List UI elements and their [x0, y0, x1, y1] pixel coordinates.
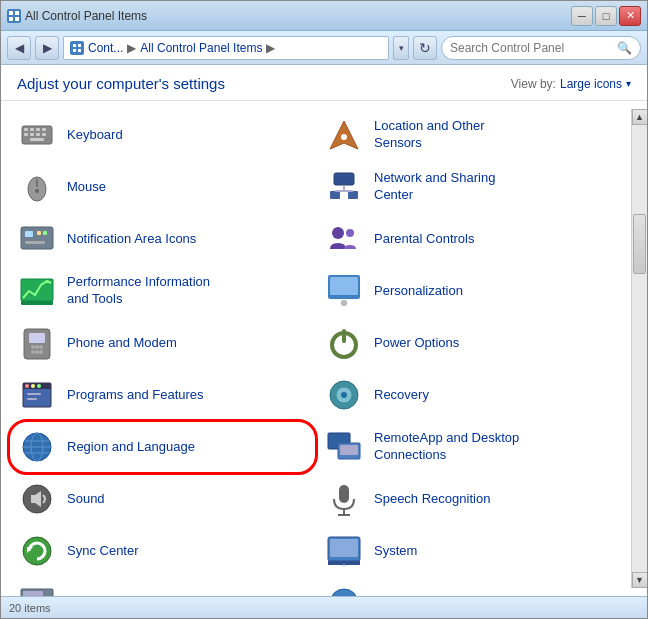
view-by-label: View by:	[511, 77, 556, 91]
svg-rect-13	[24, 133, 28, 136]
svg-rect-17	[30, 138, 44, 141]
recovery-icon	[324, 375, 364, 415]
speech-icon	[324, 479, 364, 519]
svg-rect-6	[73, 49, 76, 52]
control-item-troubleshoot[interactable]: ?Troubleshooting	[316, 577, 623, 596]
system-icon	[324, 531, 364, 571]
control-item-network[interactable]: Network and Sharing Center	[316, 161, 623, 213]
sync-icon	[17, 531, 57, 571]
svg-rect-33	[25, 241, 45, 244]
breadcrumb-icon	[70, 41, 84, 55]
control-item-power[interactable]: Power Options	[316, 317, 623, 369]
svg-point-19	[341, 134, 347, 140]
svg-rect-15	[36, 133, 40, 136]
scrollbar[interactable]: ▲ ▼	[631, 109, 647, 588]
power-icon	[324, 323, 364, 363]
svg-rect-3	[15, 17, 19, 21]
scroll-down-button[interactable]: ▼	[632, 572, 648, 588]
control-item-sound[interactable]: Sound	[9, 473, 316, 525]
control-panel-window: All Control Panel Items ─ □ ✕ ◀ ▶ Cont..…	[0, 0, 648, 619]
region-label: Region and Language	[67, 439, 195, 456]
control-item-region[interactable]: Region and Language	[9, 421, 316, 473]
content-header: Adjust your computer's settings View by:…	[1, 65, 647, 101]
back-button[interactable]: ◀	[7, 36, 31, 60]
personalization-label: Personalization	[374, 283, 463, 300]
control-item-recovery[interactable]: Recovery	[316, 369, 623, 421]
svg-rect-14	[30, 133, 34, 136]
control-item-phone[interactable]: Phone and Modem	[9, 317, 316, 369]
svg-rect-39	[330, 277, 358, 295]
forward-button[interactable]: ▶	[35, 36, 59, 60]
svg-rect-12	[42, 128, 46, 131]
close-button[interactable]: ✕	[619, 6, 641, 26]
svg-rect-58	[27, 398, 37, 400]
svg-rect-37	[21, 301, 53, 305]
control-item-performance[interactable]: Performance Information and Tools	[9, 265, 316, 317]
region-icon	[17, 427, 57, 467]
svg-rect-25	[348, 191, 358, 199]
svg-rect-78	[330, 539, 358, 557]
control-item-keyboard[interactable]: Keyboard	[9, 109, 316, 161]
page-title: Adjust your computer's settings	[17, 75, 225, 92]
maximize-button[interactable]: □	[595, 6, 617, 26]
svg-rect-4	[73, 44, 76, 47]
main-content: Adjust your computer's settings View by:…	[1, 65, 647, 618]
notification-label: Notification Area Icons	[67, 231, 196, 248]
title-bar-left: All Control Panel Items	[7, 9, 147, 23]
status-bar: 20 items	[1, 596, 647, 618]
refresh-button[interactable]: ↻	[413, 36, 437, 60]
remoteapp-label: RemoteApp and Desktop Connections	[374, 430, 519, 464]
control-item-notification[interactable]: Notification Area Icons	[9, 213, 316, 265]
items-scroll: KeyboardLocation and Other SensorsMouseN…	[1, 109, 631, 588]
parental-icon	[324, 219, 364, 259]
control-item-sync[interactable]: Sync Center	[9, 525, 316, 577]
mouse-icon	[17, 167, 57, 207]
control-item-speech[interactable]: Speech Recognition	[316, 473, 623, 525]
phone-icon	[17, 323, 57, 363]
performance-label: Performance Information and Tools	[67, 274, 210, 308]
control-item-personalization[interactable]: Personalization	[316, 265, 623, 317]
control-item-remoteapp[interactable]: RemoteApp and Desktop Connections	[316, 421, 623, 473]
svg-rect-1	[15, 11, 19, 15]
svg-rect-7	[78, 49, 81, 52]
power-label: Power Options	[374, 335, 459, 352]
title-bar: All Control Panel Items ─ □ ✕	[1, 1, 647, 31]
svg-rect-41	[342, 300, 346, 306]
svg-rect-16	[42, 133, 46, 136]
svg-point-55	[31, 384, 35, 388]
control-item-programs[interactable]: Programs and Features	[9, 369, 316, 421]
window-title: All Control Panel Items	[25, 9, 147, 23]
programs-icon	[17, 375, 57, 415]
breadcrumb-dropdown[interactable]: ▾	[393, 36, 409, 60]
svg-point-48	[35, 350, 39, 354]
minimize-button[interactable]: ─	[571, 6, 593, 26]
svg-point-22	[35, 189, 39, 193]
control-item-system[interactable]: System	[316, 525, 623, 577]
control-item-parental[interactable]: Parental Controls	[316, 213, 623, 265]
control-item-mouse[interactable]: Mouse	[9, 161, 316, 213]
control-item-location[interactable]: Location and Other Sensors	[316, 109, 623, 161]
performance-icon	[17, 271, 57, 311]
troubleshoot-icon: ?	[324, 583, 364, 596]
search-input[interactable]	[450, 41, 613, 55]
svg-point-44	[31, 345, 35, 349]
scroll-up-button[interactable]: ▲	[632, 109, 648, 125]
parental-label: Parental Controls	[374, 231, 474, 248]
view-by-arrow-icon[interactable]: ▾	[626, 78, 631, 89]
control-item-taskbar[interactable]: Taskbar and Start Menu	[9, 577, 316, 596]
keyboard-icon	[17, 115, 57, 155]
svg-point-35	[346, 229, 354, 237]
address-bar: ◀ ▶ Cont... ▶ All Control Panel Items ▶ …	[1, 31, 647, 65]
svg-rect-5	[78, 44, 81, 47]
search-box[interactable]: 🔍	[441, 36, 641, 60]
taskbar-icon	[17, 583, 57, 596]
svg-rect-72	[339, 485, 349, 503]
speech-label: Speech Recognition	[374, 491, 490, 508]
network-label: Network and Sharing Center	[374, 170, 495, 204]
svg-point-56	[37, 384, 41, 388]
scroll-track[interactable]	[632, 125, 647, 572]
view-by-value[interactable]: Large icons	[560, 77, 622, 91]
svg-rect-31	[37, 231, 41, 235]
breadcrumb-bar[interactable]: Cont... ▶ All Control Panel Items ▶	[63, 36, 389, 60]
scroll-thumb[interactable]	[633, 214, 646, 274]
